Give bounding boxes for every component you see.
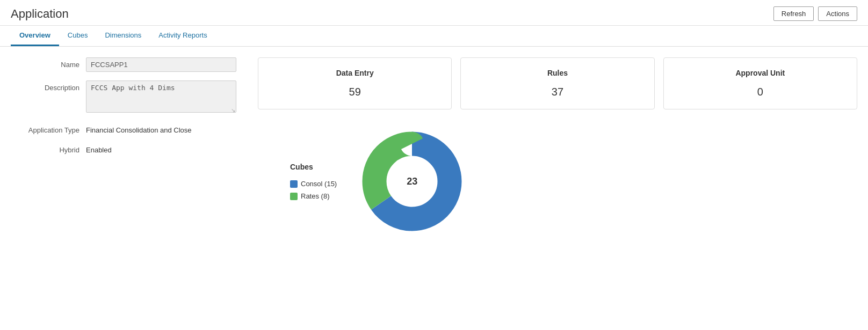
stats-row: Data Entry 59 Rules 37 Approval Unit 0 [258, 57, 857, 109]
description-textarea[interactable]: FCCS App with 4 Dims [86, 80, 236, 113]
legend-item-rates: Rates (8) [290, 192, 337, 200]
app-type-label: Application Type [11, 123, 86, 134]
chart-area: Cubes Consol (15) Rates (8) [258, 122, 857, 240]
hybrid-row: Hybrid Enabled [11, 143, 236, 154]
stat-card-data-entry: Data Entry 59 [258, 57, 452, 109]
stat-label-data-entry: Data Entry [269, 69, 440, 77]
legend-color-rates [290, 193, 298, 200]
name-input[interactable] [86, 57, 236, 72]
stat-card-approval-unit: Approval Unit 0 [663, 57, 857, 109]
page-header: Application Refresh Actions [0, 0, 868, 26]
description-label: Description [11, 80, 86, 92]
app-type-value: Financial Consolidation and Close [86, 123, 192, 134]
legend-label-rates: Rates (8) [301, 192, 329, 200]
name-row: Name [11, 57, 236, 72]
chart-legend: Cubes Consol (15) Rates (8) [290, 163, 337, 200]
stat-value-rules: 37 [472, 86, 643, 98]
refresh-button[interactable]: Refresh [773, 6, 814, 21]
stat-label-approval-unit: Approval Unit [675, 69, 846, 77]
name-label: Name [11, 57, 86, 69]
description-wrapper: FCCS App with 4 Dims ↘ [86, 80, 236, 114]
name-value [86, 57, 236, 72]
header-actions: Refresh Actions [773, 6, 857, 21]
tab-cubes[interactable]: Cubes [59, 26, 97, 46]
actions-button[interactable]: Actions [818, 6, 857, 21]
chart-title: Cubes [290, 163, 337, 171]
donut-chart: 23 [353, 122, 471, 240]
app-type-row: Application Type Financial Consolidation… [11, 123, 236, 134]
legend-color-consol [290, 180, 298, 188]
stat-value-approval-unit: 0 [675, 86, 846, 98]
tab-overview[interactable]: Overview [11, 26, 59, 46]
tab-bar: Overview Cubes Dimensions Activity Repor… [0, 26, 868, 47]
description-value: FCCS App with 4 Dims ↘ [86, 80, 236, 114]
stat-value-data-entry: 59 [269, 86, 440, 98]
legend-item-consol: Consol (15) [290, 180, 337, 188]
donut-center-text: 23 [407, 176, 417, 187]
hybrid-label: Hybrid [11, 143, 86, 154]
tab-activity-reports[interactable]: Activity Reports [150, 26, 215, 46]
resize-icon: ↘ [231, 107, 235, 113]
stat-label-rules: Rules [472, 69, 643, 77]
left-panel: Name Description FCCS App with 4 Dims ↘ … [11, 57, 236, 240]
description-row: Description FCCS App with 4 Dims ↘ [11, 80, 236, 114]
main-content: Name Description FCCS App with 4 Dims ↘ … [0, 47, 868, 251]
right-panel: Data Entry 59 Rules 37 Approval Unit 0 C… [258, 57, 857, 240]
tab-dimensions[interactable]: Dimensions [96, 26, 150, 46]
hybrid-value: Enabled [86, 143, 112, 154]
page-title: Application [11, 7, 69, 21]
legend-label-consol: Consol (15) [301, 180, 337, 188]
stat-card-rules: Rules 37 [460, 57, 654, 109]
